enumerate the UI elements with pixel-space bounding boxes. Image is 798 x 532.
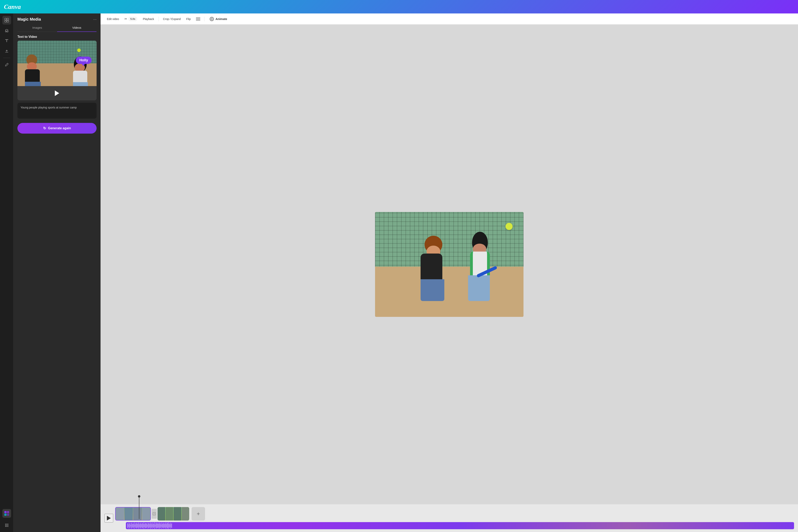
hamburger-menu-button[interactable] xyxy=(194,16,202,22)
hamburger-icon xyxy=(196,19,200,19)
toolbar-separator-1 xyxy=(158,17,159,21)
sidebar-divider xyxy=(3,58,10,58)
svg-rect-7 xyxy=(7,511,9,513)
play-button[interactable] xyxy=(53,89,61,98)
prompt-area[interactable]: Young people playing sports at summer ca… xyxy=(17,103,97,118)
panel-title: Magic Media xyxy=(17,17,41,22)
top-toolbar: Edit video ✂ 5.0s Playback Crop / Expand… xyxy=(100,14,798,24)
svg-point-14 xyxy=(6,525,7,526)
clip-frame xyxy=(133,508,142,520)
main-area: Magic Media ··· Images Videos Text to Vi… xyxy=(0,14,798,532)
svg-rect-3 xyxy=(7,20,9,22)
clip-frame xyxy=(174,507,181,520)
clip-frame xyxy=(142,508,151,520)
main-figure-right xyxy=(468,242,508,305)
audio-track[interactable] xyxy=(126,522,794,529)
main-figure-left xyxy=(399,238,442,305)
prompt-text: Young people playing sports at summer ca… xyxy=(21,106,93,110)
crop-expand-button[interactable]: Crop / Expand xyxy=(161,16,183,22)
generate-again-label: Generate again xyxy=(48,127,71,130)
svg-point-18 xyxy=(7,526,8,527)
flip-label: Flip xyxy=(186,17,191,21)
svg-point-16 xyxy=(5,526,6,527)
jacket-left xyxy=(25,69,40,83)
tab-images[interactable]: Images xyxy=(17,24,57,32)
right-person-jeans xyxy=(468,275,490,301)
canvas-area xyxy=(100,24,798,504)
main-tennis-ball xyxy=(506,223,513,230)
hamburger-icon xyxy=(196,20,200,20)
sidebar-item-layout[interactable] xyxy=(2,16,11,24)
video-clip-1[interactable] xyxy=(115,507,151,520)
svg-rect-21 xyxy=(153,512,156,515)
holly-label: Holly xyxy=(79,58,88,62)
clip-transition-divider[interactable] xyxy=(152,509,157,519)
clip-frame xyxy=(116,508,124,520)
svg-rect-6 xyxy=(4,511,6,513)
video-clip-2[interactable] xyxy=(157,507,189,520)
edit-video-label: Edit video xyxy=(107,17,119,21)
clip-frame xyxy=(166,507,173,520)
clip-thumb-1 xyxy=(116,508,150,520)
icon-sidebar xyxy=(0,14,14,532)
right-area: Edit video ✂ 5.0s Playback Crop / Expand… xyxy=(100,14,798,532)
add-icon: + xyxy=(197,511,200,517)
playback-label: Playback xyxy=(143,17,154,21)
playback-button[interactable]: Playback xyxy=(140,16,156,22)
svg-point-11 xyxy=(6,524,7,525)
crop-expand-label: Crop / Expand xyxy=(163,17,181,21)
tab-videos[interactable]: Videos xyxy=(57,24,97,32)
shirt-right xyxy=(73,71,87,83)
scissors-icon: ✂ xyxy=(125,17,127,21)
clip-frame xyxy=(182,507,189,520)
video-card: Holly xyxy=(17,41,97,100)
hamburger-icon xyxy=(196,18,200,18)
svg-point-17 xyxy=(6,526,7,527)
animate-button[interactable]: Animate xyxy=(206,15,230,23)
video-preview-main xyxy=(375,212,524,317)
flip-button[interactable]: Flip xyxy=(184,16,193,22)
jeans-left xyxy=(25,82,41,86)
sidebar-item-apps[interactable] xyxy=(2,521,11,530)
left-person-jacket xyxy=(421,253,442,281)
tennis-ball-small xyxy=(77,49,81,52)
generate-again-button[interactable]: ↻ Generate again xyxy=(17,123,97,134)
section-label: Text to Video xyxy=(14,32,100,41)
add-clip-button[interactable]: + xyxy=(192,507,205,520)
sidebar-item-text[interactable] xyxy=(2,36,11,45)
left-person-jeans xyxy=(421,279,444,301)
sidebar-item-elements[interactable] xyxy=(2,26,11,35)
duration-label: 5.0s xyxy=(128,17,137,21)
jeans-right xyxy=(73,82,88,86)
play-btn-area xyxy=(17,86,97,100)
figure-left xyxy=(23,54,43,82)
audio-track-row xyxy=(115,522,794,529)
clip-thumb-2 xyxy=(157,507,189,520)
tab-bar: Images Videos xyxy=(17,24,97,32)
top-header: Canva xyxy=(0,0,798,14)
svg-point-13 xyxy=(5,525,6,526)
refresh-icon: ↻ xyxy=(43,126,46,130)
timeline-tracks: + xyxy=(113,507,794,529)
edit-video-button[interactable]: Edit video xyxy=(104,16,121,22)
svg-point-10 xyxy=(5,524,6,525)
svg-point-4 xyxy=(5,31,6,32)
svg-rect-1 xyxy=(7,18,9,20)
sidebar-item-draw[interactable] xyxy=(2,60,11,69)
timeline-play-button[interactable] xyxy=(104,514,113,522)
svg-point-20 xyxy=(211,18,212,20)
animate-label: Animate xyxy=(215,17,227,21)
svg-rect-8 xyxy=(4,514,6,516)
sidebar-item-magic-media[interactable] xyxy=(2,509,11,518)
timeline-video-row: + xyxy=(115,507,794,520)
play-icon xyxy=(55,91,59,96)
left-panel: Magic Media ··· Images Videos Text to Vi… xyxy=(14,14,100,532)
scissors-duration-button[interactable]: ✂ 5.0s xyxy=(122,15,139,23)
toolbar-separator-2 xyxy=(204,17,205,21)
timeline-play-icon xyxy=(107,516,111,520)
panel-menu-button[interactable]: ··· xyxy=(93,17,97,22)
holly-tooltip: Holly xyxy=(76,57,92,64)
panel-header: Magic Media ··· xyxy=(14,14,100,24)
sidebar-item-upload[interactable] xyxy=(2,47,11,55)
svg-point-15 xyxy=(7,525,8,526)
